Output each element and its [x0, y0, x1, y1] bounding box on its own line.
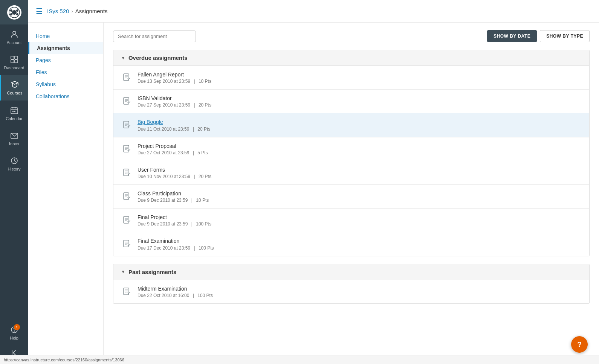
- assignment-pts: 10 Pts: [199, 79, 211, 84]
- assignment-info: Fallen Angel Report Due 13 Sep 2010 at 2…: [138, 71, 582, 84]
- assignment-info: Project Proposal Due 27 Oct 2010 at 23:5…: [138, 143, 582, 155]
- history-icon: [9, 155, 20, 166]
- assignment-info: Class Participation Due 9 Dec 2010 at 23…: [138, 190, 582, 203]
- assignment-title: Project Proposal: [138, 143, 582, 149]
- assignment-meta: Due 9 Dec 2010 at 23:59 | 100 Pts: [138, 221, 582, 227]
- svg-rect-12: [11, 108, 18, 114]
- svg-rect-17: [14, 111, 15, 112]
- assignment-meta: Due 17 Dec 2010 at 23:59 | 100 Pts: [138, 245, 582, 251]
- statusbar-url: https://canvas.instructure.com/courses/2…: [4, 358, 124, 362]
- main-panel: SHOW BY DATE SHOW BY TYPE ▼ Overdue assi…: [104, 23, 599, 364]
- sidebar-item-inbox[interactable]: Inbox: [0, 126, 28, 151]
- assignment-due: Due 27 Oct 2010 at 23:59: [138, 150, 189, 155]
- assignment-title: Final Project: [138, 214, 582, 221]
- assignment-pts: 100 Pts: [199, 245, 214, 251]
- assignment-meta: Due 13 Sep 2010 at 23:59 | 10 Pts: [138, 79, 582, 84]
- assignment-due: Due 11 Oct 2010 at 23:59: [138, 126, 189, 132]
- main-content: ☰ ISys 520 › Assignments Home Assignment…: [28, 0, 599, 364]
- overdue-section-header[interactable]: ▼ Overdue assignments: [113, 50, 589, 66]
- svg-point-1: [12, 10, 17, 15]
- assignment-icon: [121, 72, 132, 83]
- account-icon: [9, 29, 20, 40]
- svg-rect-55: [124, 288, 129, 295]
- dashboard-icon: [9, 54, 20, 65]
- sidebar-item-account[interactable]: Account: [0, 24, 28, 50]
- view-buttons: SHOW BY DATE SHOW BY TYPE: [487, 30, 590, 42]
- breadcrumb-separator: ›: [71, 8, 73, 14]
- app-logo: [7, 5, 21, 20]
- svg-rect-7: [11, 56, 14, 59]
- assignment-pts: 10 Pts: [196, 198, 209, 203]
- svg-point-4: [10, 13, 12, 15]
- svg-point-6: [13, 31, 16, 34]
- assignment-meta: Due 11 Oct 2010 at 23:59 | 20 Pts: [138, 126, 582, 132]
- assignment-due: Due 27 Sep 2010 at 23:59: [138, 102, 190, 108]
- past-section-title: Past assignments: [128, 269, 177, 275]
- past-collapse-icon: ▼: [121, 269, 125, 274]
- past-section-header[interactable]: ▼ Past assignments: [113, 264, 589, 280]
- assignment-due: Due 22 Oct 2010 at 16:00: [138, 293, 189, 298]
- assignment-icon: [121, 119, 132, 131]
- inbox-label: Inbox: [9, 142, 19, 146]
- sidebar-item-dashboard[interactable]: Dashboard: [0, 50, 28, 75]
- courses-label: Courses: [7, 91, 23, 96]
- sidebar-nav: Account Dashboard Courses: [0, 24, 28, 320]
- left-nav-collaborations[interactable]: Collaborations: [28, 90, 103, 102]
- help-label: Help: [10, 336, 18, 341]
- assignment-due: Due 9 Dec 2010 at 23:59: [138, 198, 188, 203]
- assignment-meta: Due 9 Dec 2010 at 23:59 | 10 Pts: [138, 198, 582, 203]
- svg-rect-43: [124, 193, 129, 200]
- overdue-section: ▼ Overdue assignments: [113, 50, 590, 256]
- table-row: Final Examination Due 17 Dec 2010 at 23:…: [113, 232, 589, 256]
- assignment-icon: [121, 191, 132, 202]
- svg-rect-23: [124, 74, 129, 81]
- content-area: Home Assignments Pages Files Syllabus Co…: [28, 23, 599, 364]
- dashboard-label: Dashboard: [4, 65, 24, 70]
- assignment-meta: Due 22 Oct 2010 at 16:00 | 100 Pts: [138, 293, 582, 298]
- sidebar: Account Dashboard Courses: [0, 0, 28, 364]
- left-nav-home[interactable]: Home: [28, 30, 103, 42]
- sidebar-item-courses[interactable]: Courses: [0, 75, 28, 100]
- assignment-icon: [121, 96, 132, 107]
- assignment-icon: [121, 215, 132, 226]
- breadcrumb-course-link[interactable]: ISys 520: [47, 8, 69, 14]
- left-nav-pages[interactable]: Pages: [28, 54, 103, 66]
- statusbar: https://canvas.instructure.com/courses/2…: [0, 355, 599, 364]
- svg-rect-16: [12, 111, 14, 112]
- assignment-due: Due 9 Dec 2010 at 23:59: [138, 221, 188, 227]
- assignment-pts-sep: |: [191, 198, 194, 203]
- svg-rect-39: [124, 169, 129, 176]
- svg-point-2: [10, 9, 12, 12]
- search-input[interactable]: [113, 30, 196, 42]
- assignment-meta: Due 27 Oct 2010 at 23:59 | 5 Pts: [138, 150, 582, 155]
- left-nav-files[interactable]: Files: [28, 66, 103, 78]
- assignment-info: User Forms Due 10 Nov 2010 at 23:59 | 20…: [138, 166, 582, 179]
- assignment-pts-sep: |: [194, 174, 196, 179]
- sidebar-item-calendar[interactable]: Calendar: [0, 101, 28, 126]
- assignment-icon: [121, 167, 132, 178]
- assignment-title: Fallen Angel Report: [138, 71, 582, 78]
- assignment-pts-sep: |: [193, 126, 195, 132]
- assignment-info: Final Project Due 9 Dec 2010 at 23:59 | …: [138, 214, 582, 227]
- assignment-pts-sep: |: [193, 150, 195, 155]
- help-fab-button[interactable]: ?: [571, 336, 588, 353]
- assignment-pts-sep: |: [191, 221, 194, 227]
- show-by-date-button[interactable]: SHOW BY DATE: [487, 30, 537, 42]
- assignment-title[interactable]: Big Boggle: [138, 119, 582, 125]
- sidebar-item-help[interactable]: ? 1 Help: [0, 320, 28, 345]
- assignment-icon: [121, 143, 132, 155]
- svg-rect-10: [15, 60, 18, 63]
- svg-rect-47: [124, 216, 129, 223]
- left-nav-syllabus[interactable]: Syllabus: [28, 78, 103, 90]
- controls-row: SHOW BY DATE SHOW BY TYPE: [113, 30, 590, 42]
- sidebar-item-history[interactable]: History: [0, 151, 28, 176]
- sidebar-logo: [0, 0, 28, 24]
- assignment-title: Class Participation: [138, 190, 582, 197]
- past-section: ▼ Past assignments: [113, 264, 590, 304]
- table-row: ISBN Validator Due 27 Sep 2010 at 23:59 …: [113, 90, 589, 113]
- show-by-type-button[interactable]: SHOW BY TYPE: [540, 30, 590, 42]
- svg-point-3: [16, 9, 18, 12]
- left-nav-assignments[interactable]: Assignments: [28, 42, 103, 54]
- hamburger-menu[interactable]: ☰: [36, 7, 43, 16]
- assignment-due: Due 13 Sep 2010 at 23:59: [138, 79, 190, 84]
